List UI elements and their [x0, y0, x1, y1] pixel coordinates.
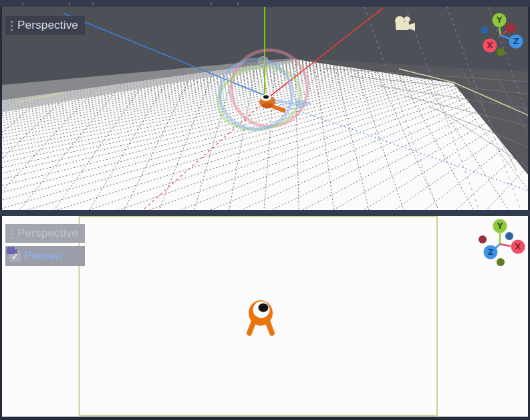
editor-3d-viewport[interactable]: Y X Z Perspective	[2, 7, 528, 210]
axis-x-label: X	[487, 41, 493, 50]
perspective-label: Perspective	[17, 19, 78, 32]
axis-z-label: Z	[513, 37, 519, 46]
axis-neg-x-ball[interactable]	[479, 235, 487, 243]
axis-neg-y-ball[interactable]	[497, 48, 505, 56]
camera-preview-viewport[interactable]: Y X Z Perspective ✓ Preview	[2, 216, 528, 417]
mascot-shade	[261, 103, 273, 108]
top-edge-strip	[0, 0, 530, 7]
vertical-dots-icon	[11, 229, 13, 239]
axis-x-label: X	[515, 242, 521, 251]
free-rotate-handle[interactable]	[259, 57, 268, 66]
strip-tick	[211, 2, 212, 5]
axis-y-label: Y	[496, 15, 503, 25]
axis-dim-x-ball[interactable]	[506, 23, 516, 33]
strip-tick	[92, 2, 94, 5]
preview-mascot	[249, 300, 273, 333]
strip-tick	[237, 2, 239, 5]
vertical-dots-icon	[11, 21, 13, 31]
perspective-menu-button-disabled[interactable]: Perspective	[5, 224, 85, 243]
perspective-menu-button[interactable]: Perspective	[5, 16, 85, 35]
strip-tick	[69, 2, 70, 5]
preview-toggle[interactable]: ✓ Preview	[5, 246, 85, 266]
axis-neg-y-ball[interactable]	[497, 258, 505, 266]
axis-y-label: Y	[497, 221, 503, 231]
axis-neg-z-ball[interactable]	[505, 232, 513, 240]
axis-orientation-widget[interactable]: Y X Z	[479, 219, 525, 267]
camera-icon	[5, 246, 17, 255]
preview-label: Preview	[25, 250, 63, 262]
axis-neg-z-ball[interactable]	[481, 26, 489, 34]
axis-z-label: Z	[488, 247, 494, 257]
mascot-pupil	[259, 304, 269, 312]
mascot-pupil	[263, 95, 269, 99]
viewport-separator[interactable]	[0, 210, 530, 216]
3d-scene-canvas: Y X Z	[2, 7, 528, 210]
strip-tick	[22, 2, 23, 5]
perspective-label: Perspective	[17, 227, 78, 240]
